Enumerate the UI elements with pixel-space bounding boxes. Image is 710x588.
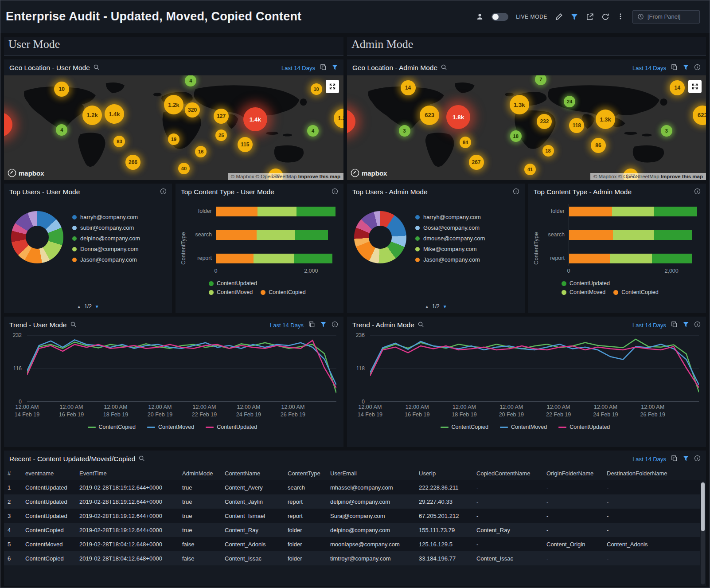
- zoom-icon[interactable]: [138, 455, 145, 463]
- column-header[interactable]: DestinationFolderName: [603, 466, 700, 480]
- copy-icon[interactable]: [671, 64, 678, 72]
- top-users-donut-chart[interactable]: [11, 211, 63, 263]
- panel-filter-icon[interactable]: [320, 321, 327, 329]
- expand-map-icon[interactable]: [326, 80, 339, 93]
- info-icon[interactable]: [513, 188, 519, 196]
- legend-item[interactable]: ContentUpdated: [206, 424, 257, 430]
- pager-down-icon[interactable]: ▼: [95, 304, 99, 309]
- time-range-link[interactable]: Last 14 Days: [270, 322, 304, 329]
- map-marker[interactable]: 1.8k: [446, 105, 470, 129]
- stacked-bar[interactable]: [216, 230, 335, 240]
- bar-segment[interactable]: [295, 230, 328, 240]
- map-marker[interactable]: 4: [307, 125, 319, 137]
- line-plot[interactable]: [27, 335, 336, 402]
- column-header[interactable]: UserIp: [415, 466, 473, 480]
- time-range-link[interactable]: Last 14 Days: [632, 322, 666, 329]
- map-marker[interactable]: 18: [510, 130, 522, 142]
- map-marker[interactable]: 623: [420, 106, 439, 125]
- map-marker[interactable]: 267: [469, 155, 484, 170]
- bar-segment[interactable]: [610, 254, 652, 263]
- map-marker[interactable]: 25: [215, 129, 227, 141]
- zoom-icon[interactable]: [93, 64, 100, 72]
- legend-item[interactable]: Jason@company.com: [72, 256, 140, 263]
- stacked-bar[interactable]: [569, 230, 698, 240]
- zoom-icon[interactable]: [441, 64, 447, 72]
- info-icon[interactable]: [332, 188, 338, 196]
- map-marker[interactable]: 320: [185, 102, 200, 118]
- copy-icon[interactable]: [671, 321, 678, 329]
- zoom-icon[interactable]: [70, 321, 77, 329]
- legend-item[interactable]: subir@company.com: [72, 224, 140, 231]
- column-header[interactable]: #: [4, 466, 22, 480]
- expand-map-icon[interactable]: [688, 80, 702, 93]
- legend-item[interactable]: delpino@company.com: [72, 235, 140, 242]
- content-type-chart[interactable]: ContentType foldersearchreport 02,000 Co…: [176, 200, 343, 313]
- legend-item[interactable]: harryh@company.com: [72, 214, 140, 220]
- map-marker[interactable]: 115: [238, 137, 253, 152]
- map-marker[interactable]: 3: [399, 125, 410, 137]
- bar-segment[interactable]: [654, 207, 697, 216]
- map-marker[interactable]: 127: [214, 109, 229, 124]
- copy-icon[interactable]: [308, 321, 315, 329]
- map-marker[interactable]: 24: [564, 96, 575, 107]
- column-header[interactable]: eventname: [22, 466, 76, 480]
- column-header[interactable]: ContentName: [221, 466, 284, 480]
- pager-up-icon[interactable]: ▲: [425, 304, 429, 309]
- user-icon[interactable]: [476, 13, 484, 21]
- legend-item[interactable]: ContentMoved: [500, 424, 547, 430]
- pager-up-icon[interactable]: ▲: [77, 304, 81, 309]
- map-marker[interactable]: 232: [537, 114, 552, 129]
- copy-icon[interactable]: [320, 64, 327, 72]
- live-mode-toggle[interactable]: [492, 13, 508, 21]
- map-marker[interactable]: 4: [185, 75, 196, 86]
- info-icon[interactable]: [694, 188, 701, 196]
- stacked-bar[interactable]: [569, 207, 698, 216]
- time-range-link[interactable]: Last 14 Days: [632, 456, 666, 463]
- map-marker[interactable]: 41: [524, 164, 536, 175]
- map-marker[interactable]: 266: [125, 155, 140, 170]
- map-marker[interactable]: 3: [661, 125, 672, 137]
- info-icon[interactable]: [160, 188, 167, 196]
- bar-segment[interactable]: [257, 207, 297, 216]
- map-marker[interactable]: 86: [591, 138, 606, 153]
- legend-item[interactable]: Donna@company.com: [72, 246, 140, 252]
- mapbox-logo[interactable]: mapbox: [351, 169, 387, 177]
- bar-segment[interactable]: [613, 230, 653, 240]
- column-header[interactable]: AdminMode: [179, 466, 221, 480]
- stacked-bar[interactable]: [216, 254, 335, 263]
- legend-item[interactable]: ContentCopied: [613, 289, 658, 295]
- from-panel-selector[interactable]: [From Panel]: [632, 10, 700, 24]
- geo-map-admin[interactable]: mapbox © Mapbox © OpenStreetMap Improve …: [347, 75, 706, 180]
- bar-segment[interactable]: [569, 230, 613, 240]
- line-plot[interactable]: [370, 335, 699, 402]
- legend-item[interactable]: ContentMoved: [147, 424, 194, 430]
- map-marker[interactable]: 1.3k: [510, 95, 529, 114]
- bar-segment[interactable]: [216, 207, 257, 216]
- stacked-bar[interactable]: [216, 207, 335, 216]
- map-marker[interactable]: 18: [542, 145, 554, 157]
- column-header[interactable]: ContentType: [284, 466, 327, 480]
- copy-icon[interactable]: [671, 455, 678, 463]
- column-header[interactable]: UserEmail: [327, 466, 415, 480]
- legend-item[interactable]: Gosia@company.com: [415, 224, 485, 231]
- refresh-icon[interactable]: [601, 13, 609, 21]
- column-header[interactable]: OriginFolderName: [543, 466, 603, 480]
- map-marker[interactable]: 19: [168, 133, 179, 145]
- map-marker[interactable]: 10: [54, 82, 69, 97]
- legend-item[interactable]: ContentCopied: [441, 424, 488, 430]
- map-marker[interactable]: 1.2k: [82, 106, 102, 125]
- legend-item[interactable]: ContentCopied: [261, 289, 305, 295]
- map-marker[interactable]: 4: [56, 124, 67, 136]
- column-header[interactable]: EventTime: [76, 466, 179, 480]
- legend-item[interactable]: harryh@company.com: [415, 214, 485, 220]
- bar-segment[interactable]: [216, 230, 257, 240]
- map-marker[interactable]: 1.4k: [243, 107, 267, 131]
- map-marker[interactable]: 1.4k: [105, 104, 124, 124]
- map-marker[interactable]: 14: [401, 80, 416, 95]
- time-range-link[interactable]: Last 14 Days: [281, 65, 315, 71]
- info-icon[interactable]: [332, 321, 338, 329]
- map-marker[interactable]: 40: [178, 163, 190, 174]
- column-header[interactable]: CopiedContentName: [473, 466, 543, 480]
- legend-item[interactable]: Mike@company.com: [415, 246, 485, 252]
- scrollbar-thumb[interactable]: [701, 482, 705, 531]
